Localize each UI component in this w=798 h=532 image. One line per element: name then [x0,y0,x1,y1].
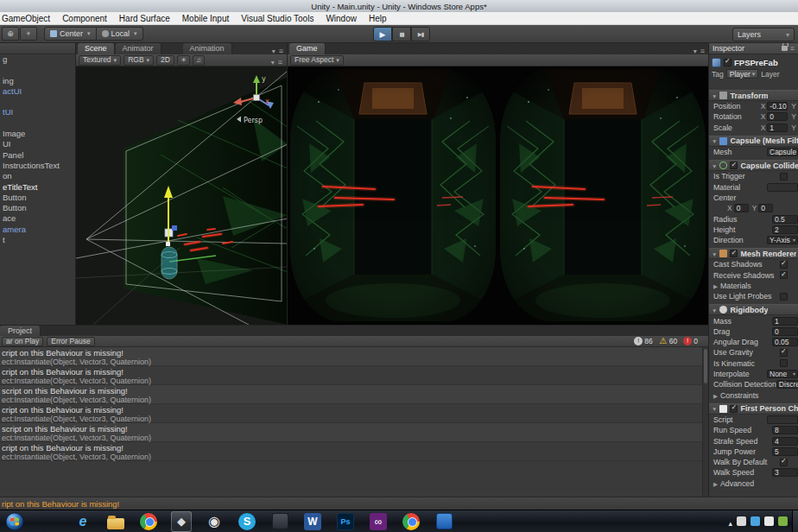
scene-viewport[interactable]: y x Persp [76,66,287,325]
mass-field[interactable]: 1 [772,317,798,326]
mesh-filter-section-header[interactable]: Capsule (Mesh Filter) [709,136,798,147]
script-object-field[interactable] [767,415,798,424]
shading-mode-dropdown[interactable]: Textured [79,55,121,66]
show-desktop-button[interactable] [792,510,798,532]
radius-field[interactable]: 0.5 [772,215,798,224]
console-log-entry[interactable]: cript on this Behaviour is missing! ect:… [0,366,702,385]
use-gravity-checkbox[interactable] [780,349,788,357]
chrome-icon[interactable] [138,511,159,532]
capsule-collider-enabled-checkbox[interactable] [730,162,738,169]
direction-dropdown[interactable]: Y-Axis [767,236,798,244]
menu-item[interactable]: GameObject [0,12,56,25]
effects-dropdown-icon[interactable] [271,53,275,68]
tag-dropdown[interactable]: Player [726,69,759,79]
toggle-2d-button[interactable]: 2D [156,55,174,66]
hierarchy-item[interactable] [0,118,75,129]
menu-item[interactable]: Mobile Input [176,12,235,25]
hierarchy-item[interactable]: amera [0,225,75,235]
advanced-foldout-icon[interactable] [713,479,718,488]
explorer-folder-icon[interactable] [105,511,126,532]
capsule-collider-section-header[interactable]: Capsule Collider [709,160,798,171]
foldout-icon[interactable] [712,136,717,145]
angular-drag-field[interactable]: 0.05 [772,338,798,346]
hierarchy-item[interactable]: UI [0,139,75,149]
mesh-renderer-enabled-checkbox[interactable] [730,250,738,257]
scale-x-field[interactable]: 1 [767,124,788,132]
menu-item[interactable]: Hard Surface [113,12,176,25]
word-icon[interactable]: W [302,511,323,532]
foldout-icon[interactable] [712,404,717,413]
interpolate-dropdown[interactable]: None [767,370,798,378]
hierarchy-item[interactable]: actUI [0,86,75,97]
info-count-badge[interactable]: 86 [634,337,652,345]
scene-3d-canvas[interactable]: y x Persp [76,66,287,325]
hierarchy-item[interactable]: Button [0,203,75,213]
hierarchy-item[interactable]: InstructionsText [0,161,75,171]
rigidbody-section-header[interactable]: Rigidbody [709,304,798,315]
gizmos-menu-icon[interactable] [278,53,282,68]
collision-detection-dropdown[interactable]: Discrete [776,380,798,389]
scene-audio-toggle[interactable]: ♫ [193,55,205,66]
rotation-x-field[interactable]: 0 [767,112,788,121]
receive-shadows-checkbox[interactable] [780,271,788,279]
hierarchy-item[interactable]: g [0,54,75,65]
walk-speed-field[interactable]: 3 [772,468,798,477]
hierarchy-item[interactable]: ace [0,213,75,224]
panel-dropdown-icon[interactable] [694,41,697,57]
is-trigger-checkbox[interactable] [780,173,788,180]
mesh-object-field[interactable]: Capsule [767,148,798,156]
pivot-center-button[interactable]: Center [44,27,97,41]
tray-icon-4[interactable] [778,516,788,526]
error-count-badge[interactable]: 0 [683,337,698,345]
tray-icon-3[interactable] [764,516,774,526]
foldout-icon[interactable] [712,162,717,170]
hierarchy-item[interactable]: Button [0,193,75,203]
center-y-field[interactable]: 0 [758,204,773,212]
layers-dropdown[interactable]: Layers [732,28,795,41]
player-capsule-gizmo[interactable] [162,247,177,279]
console-log-entry[interactable]: cript on this Behaviour is missing! ect:… [0,442,702,461]
photoshop-icon[interactable]: Ps [335,511,356,532]
hierarchy-item[interactable] [0,65,75,75]
tab-inspector[interactable]: Inspector [709,43,798,54]
lock-icon[interactable] [782,46,788,51]
inspector-menu-icon[interactable] [790,44,795,53]
foldout-icon[interactable] [712,250,717,258]
console-scrollbar[interactable] [702,347,708,497]
scene-tab[interactable]: Animator [116,43,162,54]
aspect-ratio-dropdown[interactable]: Free Aspect [290,55,344,66]
hierarchy-item[interactable]: eTitleText [0,182,75,193]
center-x-field[interactable]: 0 [734,204,749,212]
fp-character-section-header[interactable]: First Person Character (Script) [709,403,798,415]
pan-tool-icon[interactable]: ⊕ [2,27,19,41]
ie-icon[interactable]: e [73,511,93,532]
tray-icon-1[interactable] [737,516,746,526]
move-tool-icon[interactable]: + [20,27,37,41]
fp-character-enabled-checkbox[interactable] [730,405,738,413]
strafe-speed-field[interactable]: 4 [772,437,798,446]
statusbar[interactable]: ript on this Behaviour is missing! [0,497,798,510]
panel-menu-icon[interactable] [700,41,705,57]
pivot-local-button[interactable]: Local [97,27,143,41]
hierarchy-item[interactable]: on [0,171,75,181]
tab-game[interactable]: Game [289,43,326,54]
cast-shadows-checkbox[interactable] [780,261,788,269]
app-circle-icon[interactable]: ◉ [204,511,225,532]
menu-item[interactable]: Visual Studio Tools [235,12,320,25]
error-pause-button[interactable]: Error Pause [47,337,94,346]
tray-icon-2[interactable] [750,516,760,526]
hierarchy-item[interactable]: Image [0,129,75,139]
hierarchy-item[interactable]: Panel [0,150,75,161]
scene-tab[interactable]: Scene [78,43,115,54]
scene-lighting-toggle[interactable]: ☀ [177,55,190,66]
run-speed-field[interactable]: 8 [772,426,798,434]
app-dark-icon[interactable] [269,511,290,532]
hierarchy-item[interactable]: ing [0,76,75,86]
walk-by-default-checkbox[interactable] [780,459,788,466]
drag-field[interactable]: 0 [772,327,798,336]
visual-studio-icon[interactable]: ∞ [368,511,389,532]
pause-button[interactable]: ▮▮ [392,27,411,41]
window-titlebar[interactable]: Unity - Main.unity - Unity - Windows Sto… [0,0,798,12]
position-x-field[interactable]: -0.101 [767,102,788,111]
hierarchy-item[interactable] [0,97,75,107]
